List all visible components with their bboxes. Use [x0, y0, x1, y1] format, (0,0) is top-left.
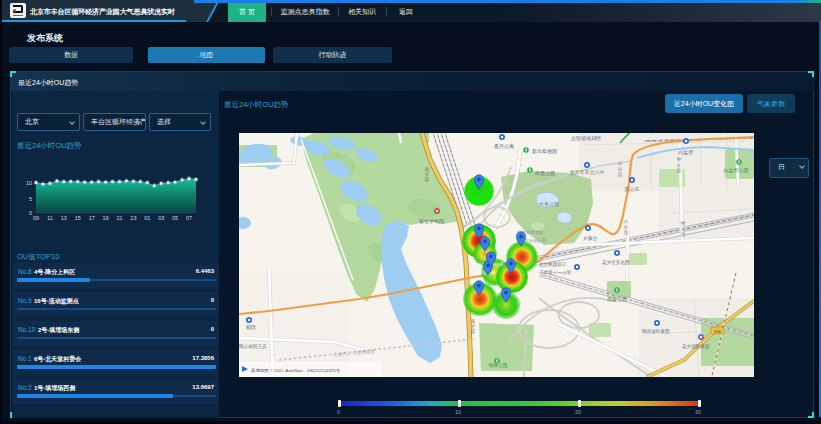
svg-text:世界公园: 世界公园 [538, 201, 559, 208]
svg-text:17: 17 [89, 215, 95, 221]
svg-text:北京铁路职工: 北京铁路职工 [539, 261, 567, 268]
svg-text:紫谷伊甸园: 紫谷伊甸园 [419, 218, 444, 225]
svg-text:05: 05 [172, 215, 178, 221]
svg-text:科: 科 [618, 167, 623, 172]
svg-text:10: 10 [26, 180, 32, 186]
svg-text:郭公庄: 郭公庄 [625, 186, 640, 193]
svg-text:19: 19 [103, 215, 109, 221]
svg-text:路: 路 [677, 168, 682, 173]
svg-text:11: 11 [47, 215, 53, 221]
svg-text:高德地图 © 2021 AutoNavi - GS(2021: 高德地图 © 2021 AutoNavi - GS(2021)6375号 [251, 368, 341, 373]
svg-text:羊: 羊 [681, 227, 686, 232]
svg-text:大葆台: 大葆台 [583, 235, 598, 241]
svg-text:白盆窑: 白盆窑 [679, 149, 694, 156]
svg-text:路: 路 [618, 172, 623, 177]
svg-text:樊: 樊 [681, 221, 686, 226]
svg-text:环: 环 [424, 178, 430, 183]
svg-text:13: 13 [61, 215, 67, 221]
svg-text:五: 五 [425, 173, 430, 178]
svg-text:御景公园: 御景公园 [535, 170, 555, 177]
svg-text:北京市丰台八中: 北京市丰台八中 [570, 169, 605, 176]
svg-text:0: 0 [29, 210, 32, 216]
svg-text:15: 15 [75, 215, 81, 221]
svg-text:S36: S36 [714, 329, 722, 334]
svg-text:03: 03 [158, 215, 164, 221]
svg-text:07: 07 [186, 215, 192, 221]
svg-text:五: 五 [471, 325, 476, 330]
svg-text:5: 5 [29, 196, 32, 202]
svg-text:21: 21 [116, 215, 122, 221]
svg-text:科: 科 [624, 225, 629, 230]
svg-text:总部基地18区: 总部基地18区 [571, 135, 602, 142]
svg-text:高鑫公园: 高鑫公园 [607, 296, 627, 303]
svg-text:南: 南 [425, 167, 430, 172]
svg-text:环: 环 [470, 330, 476, 335]
svg-text:路: 路 [624, 230, 629, 235]
svg-text:羊: 羊 [677, 163, 682, 168]
svg-text:09: 09 [33, 215, 39, 221]
svg-text:看丹公寓: 看丹公寓 [494, 143, 514, 149]
svg-text:樊: 樊 [677, 157, 682, 162]
svg-text:23: 23 [130, 215, 136, 221]
svg-text:南: 南 [471, 319, 476, 324]
svg-text:路: 路 [681, 232, 686, 237]
svg-text:新华双拥园: 新华双拥园 [532, 148, 557, 155]
svg-text:稻田: 稻田 [246, 324, 256, 331]
svg-text:白盆窑公园: 白盆窑公园 [724, 167, 749, 174]
svg-text:丰: 丰 [624, 219, 629, 224]
svg-text:丰: 丰 [618, 161, 623, 166]
svg-text:子弟第十一小学: 子弟第十一小学 [539, 270, 572, 275]
svg-text:01: 01 [144, 215, 150, 221]
